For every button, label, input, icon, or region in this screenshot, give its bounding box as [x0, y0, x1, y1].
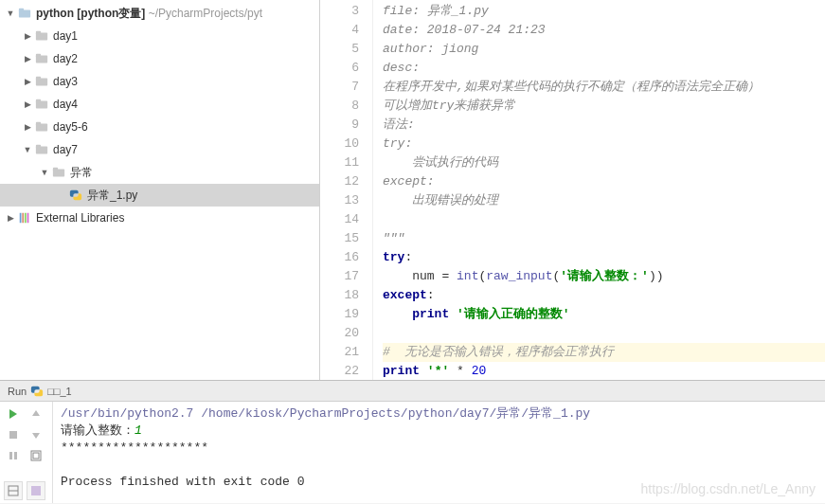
- console-command: /usr/bin/python2.7 /home/kiosk/PycharmPr…: [61, 405, 817, 423]
- folder-icon: [18, 7, 31, 20]
- expand-icon[interactable]: [23, 77, 32, 86]
- tree-folder[interactable]: day5-6: [0, 116, 319, 138]
- tree-subfolder[interactable]: 异常: [0, 161, 319, 184]
- svg-rect-27: [31, 486, 41, 495]
- folder-label: 异常: [70, 165, 93, 181]
- expand-icon[interactable]: [40, 168, 49, 177]
- svg-rect-19: [27, 213, 29, 224]
- folder-label: day3: [53, 75, 78, 88]
- svg-rect-9: [36, 99, 41, 103]
- tree-folder-day7[interactable]: day7: [0, 138, 319, 161]
- folder-icon: [35, 52, 48, 65]
- svg-rect-15: [53, 168, 58, 171]
- svg-rect-1: [19, 9, 24, 12]
- folder-icon: [35, 143, 48, 156]
- svg-rect-3: [36, 31, 41, 35]
- svg-rect-17: [22, 213, 24, 224]
- up-button[interactable]: [27, 405, 45, 423]
- line-gutter: 345678910111213141516171819202122: [320, 0, 373, 380]
- console-exit: Process finished with exit code 0: [61, 474, 817, 491]
- folder-icon: [35, 75, 48, 88]
- tree-file-selected[interactable]: 异常_1.py: [0, 184, 319, 207]
- rerun-button[interactable]: [4, 405, 23, 423]
- down-button[interactable]: [27, 425, 45, 444]
- console-output: ********************: [61, 440, 817, 457]
- layout-icon[interactable]: [4, 481, 23, 500]
- run-header[interactable]: Run □□_1: [0, 381, 825, 402]
- tree-root[interactable]: python [python变量] ~/PycharmProjects/pyt: [0, 2, 319, 25]
- run-label: Run: [8, 386, 27, 397]
- folder-icon: [35, 98, 48, 111]
- folder-icon: [35, 120, 48, 134]
- run-config-label: □□_1: [47, 386, 72, 397]
- folder-icon: [35, 29, 48, 43]
- expand-icon[interactable]: [23, 145, 32, 154]
- folder-label: day7: [53, 143, 78, 156]
- run-panel: Run □□_1 /usr/bin/python2.7 /home/kiosk/…: [0, 380, 825, 503]
- svg-rect-21: [9, 452, 12, 459]
- stop-button[interactable]: [4, 425, 23, 444]
- folder-icon: [52, 166, 65, 179]
- expand-icon[interactable]: [6, 9, 15, 18]
- tree-root-label: python [python变量] ~/PycharmProjects/pyt: [36, 6, 262, 22]
- svg-rect-18: [25, 213, 27, 224]
- project-tree: python [python变量] ~/PycharmProjects/pyt …: [0, 0, 320, 380]
- svg-rect-16: [20, 213, 22, 224]
- folder-label: day1: [53, 29, 78, 43]
- folder-label: day4: [53, 98, 78, 111]
- svg-rect-24: [33, 453, 39, 459]
- tree-folder[interactable]: day1: [0, 25, 319, 47]
- expand-icon[interactable]: [23, 54, 32, 63]
- tree-folder[interactable]: day3: [0, 70, 319, 93]
- svg-rect-22: [14, 452, 17, 459]
- code-area[interactable]: file: 异常_1.py date: 2018-07-24 21:23 aut…: [373, 0, 825, 380]
- library-icon: [18, 211, 31, 225]
- svg-rect-11: [36, 122, 41, 126]
- svg-rect-20: [9, 431, 17, 439]
- tree-folder[interactable]: day2: [0, 47, 319, 70]
- pause-button[interactable]: [4, 446, 23, 465]
- expand-icon[interactable]: [23, 99, 32, 109]
- external-label: External Libraries: [36, 211, 124, 225]
- python-icon: [30, 385, 44, 398]
- console-line: 请输入整数：1: [61, 423, 817, 440]
- folder-label: day5-6: [53, 120, 88, 134]
- tree-external-libs[interactable]: External Libraries: [0, 207, 319, 229]
- python-file-icon: [69, 189, 82, 202]
- todo-icon[interactable]: [27, 481, 45, 500]
- code-editor[interactable]: 345678910111213141516171819202122 file: …: [320, 0, 825, 380]
- run-console[interactable]: /usr/bin/python2.7 /home/kiosk/PycharmPr…: [53, 402, 825, 503]
- tree-folder[interactable]: day4: [0, 93, 319, 116]
- folder-label: day2: [53, 52, 78, 65]
- svg-rect-5: [36, 54, 41, 58]
- settings-button[interactable]: [27, 446, 45, 465]
- expand-icon[interactable]: [6, 213, 15, 223]
- file-label: 异常_1.py: [87, 188, 137, 204]
- bottom-status-icons: [4, 481, 45, 500]
- expand-icon[interactable]: [23, 122, 32, 132]
- expand-icon[interactable]: [23, 31, 32, 41]
- svg-rect-13: [36, 145, 41, 149]
- svg-rect-7: [36, 77, 41, 81]
